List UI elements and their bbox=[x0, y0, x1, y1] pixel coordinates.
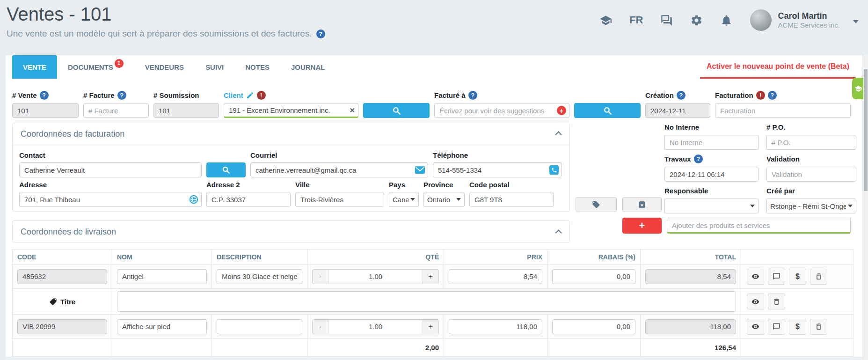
billing-collapse-chevron-icon[interactable] bbox=[555, 131, 562, 138]
creation-input[interactable] bbox=[645, 103, 710, 118]
ville-input[interactable] bbox=[295, 192, 384, 207]
user-menu-caret-icon[interactable] bbox=[853, 20, 859, 23]
contact-search-button[interactable] bbox=[206, 162, 246, 177]
subtitle-help-icon[interactable]: ? bbox=[316, 29, 325, 38]
qty-input[interactable] bbox=[328, 270, 423, 284]
page-title: Ventes - 101 bbox=[7, 4, 325, 25]
tab-documents[interactable]: DOCUMENTS 1 bbox=[57, 55, 134, 79]
item-description-input[interactable] bbox=[217, 319, 302, 334]
scrollbar-track[interactable] bbox=[863, 55, 868, 360]
vente-input[interactable] bbox=[12, 103, 79, 118]
qty-input[interactable] bbox=[328, 320, 423, 334]
title-delete-button[interactable] bbox=[768, 294, 785, 309]
item-prix-input[interactable] bbox=[449, 319, 542, 334]
item-code-input[interactable] bbox=[17, 319, 107, 334]
item-comment-button[interactable] bbox=[768, 319, 785, 335]
language-toggle[interactable]: FR bbox=[629, 14, 643, 26]
travaux-input[interactable] bbox=[664, 167, 759, 182]
facture-a-add-icon[interactable]: + bbox=[557, 106, 566, 115]
item-prix-input[interactable] bbox=[449, 269, 542, 284]
notifications-bell-icon[interactable] bbox=[720, 14, 733, 27]
facture-help-icon[interactable]: ? bbox=[117, 91, 126, 100]
code-postal-input[interactable] bbox=[469, 192, 554, 207]
phone-icon[interactable] bbox=[549, 165, 559, 175]
item-nom-input[interactable] bbox=[117, 269, 207, 284]
title-row-input[interactable] bbox=[117, 291, 736, 312]
tab-vendeurs[interactable]: VENDEURS bbox=[134, 55, 195, 79]
vente-help-icon[interactable]: ? bbox=[40, 91, 49, 100]
no-interne-input[interactable] bbox=[664, 135, 759, 150]
qty-minus-button[interactable]: - bbox=[313, 320, 328, 334]
soumission-input[interactable] bbox=[153, 103, 219, 118]
billing-panel-title: Coordonnées de facturation bbox=[21, 129, 124, 139]
qty-plus-button[interactable]: + bbox=[423, 270, 438, 284]
cree-par-select[interactable]: Rstonge - Rémi St-Onge bbox=[766, 198, 856, 213]
pays-select[interactable]: Canada bbox=[389, 192, 419, 207]
tab-suivi[interactable]: SUIVI bbox=[195, 55, 234, 79]
telephone-input[interactable] bbox=[433, 162, 562, 177]
item-total-input[interactable] bbox=[645, 269, 736, 284]
tags-button[interactable] bbox=[576, 197, 617, 212]
client-warning-icon: ! bbox=[257, 91, 266, 100]
contact-input[interactable] bbox=[19, 162, 202, 177]
facture-a-input[interactable] bbox=[434, 103, 569, 118]
item-nom-input[interactable] bbox=[117, 319, 207, 334]
validation-input[interactable] bbox=[766, 167, 856, 182]
qty-minus-button[interactable]: - bbox=[313, 270, 328, 284]
email-envelope-icon[interactable] bbox=[415, 166, 425, 174]
scrollbar-thumb[interactable] bbox=[864, 69, 868, 191]
client-search-button[interactable] bbox=[363, 103, 430, 118]
tab-journal[interactable]: JOURNAL bbox=[280, 55, 336, 79]
item-visibility-button[interactable] bbox=[747, 269, 764, 285]
beta-pos-link[interactable]: Activer le nouveau point de vente (Beta) bbox=[700, 55, 856, 79]
item-rabais-input[interactable] bbox=[552, 269, 635, 284]
item-description-input[interactable] bbox=[217, 269, 302, 284]
tab-vente[interactable]: VENTE bbox=[12, 55, 57, 79]
academy-graduation-cap-icon[interactable] bbox=[599, 14, 612, 27]
add-products-input[interactable] bbox=[667, 218, 851, 234]
responsable-select[interactable] bbox=[664, 198, 759, 213]
facture-a-help-icon[interactable]: ? bbox=[468, 91, 477, 100]
facture-input[interactable] bbox=[83, 103, 149, 118]
item-rabais-input[interactable] bbox=[552, 319, 635, 334]
validation-field: Validation bbox=[766, 154, 856, 182]
header-description: DESCRIPTION bbox=[212, 249, 307, 264]
province-select[interactable]: Ontario bbox=[423, 192, 465, 207]
item-code-input[interactable] bbox=[17, 269, 107, 284]
title-visibility-button[interactable] bbox=[747, 294, 764, 309]
client-label-link[interactable]: Client bbox=[224, 91, 243, 99]
pays-value: Canada bbox=[393, 196, 408, 204]
courriel-input[interactable] bbox=[250, 162, 428, 177]
item-price-button[interactable]: $ bbox=[789, 269, 806, 285]
item-total-input[interactable] bbox=[645, 319, 736, 334]
no-interne-label: No Interne bbox=[664, 123, 699, 131]
academy-side-button[interactable] bbox=[852, 78, 864, 99]
archive-button[interactable] bbox=[622, 197, 662, 212]
client-clear-icon[interactable]: ✕ bbox=[349, 106, 355, 115]
qty-plus-button[interactable]: + bbox=[423, 320, 438, 334]
settings-gear-icon[interactable] bbox=[690, 14, 703, 27]
adresse-input[interactable] bbox=[19, 192, 202, 207]
facturation-help-icon[interactable]: ? bbox=[768, 91, 777, 100]
client-input[interactable] bbox=[224, 103, 358, 118]
item-price-button[interactable]: $ bbox=[789, 319, 806, 335]
facturation-input[interactable] bbox=[715, 103, 851, 118]
po-input[interactable] bbox=[766, 135, 856, 150]
user-block[interactable]: Carol Martin ACME Services inc. bbox=[778, 11, 840, 29]
shipping-collapse-chevron-icon[interactable] bbox=[555, 229, 562, 236]
tab-notes[interactable]: NOTES bbox=[234, 55, 280, 79]
add-product-button[interactable]: + bbox=[622, 218, 662, 234]
globe-icon[interactable] bbox=[189, 195, 198, 204]
client-edit-icon[interactable] bbox=[246, 91, 254, 99]
creation-help-icon[interactable]: ? bbox=[677, 91, 686, 100]
avatar[interactable] bbox=[750, 9, 772, 31]
item-delete-button[interactable] bbox=[810, 319, 827, 335]
messages-icon[interactable] bbox=[660, 14, 673, 27]
adresse2-input[interactable] bbox=[206, 192, 291, 207]
facture-a-search-button[interactable] bbox=[574, 103, 641, 118]
item-delete-button[interactable] bbox=[810, 269, 827, 285]
travaux-help-icon[interactable]: ? bbox=[694, 154, 703, 163]
item-visibility-button[interactable] bbox=[747, 319, 764, 335]
travaux-field: Travaux? bbox=[664, 154, 759, 182]
item-comment-button[interactable] bbox=[768, 269, 785, 285]
